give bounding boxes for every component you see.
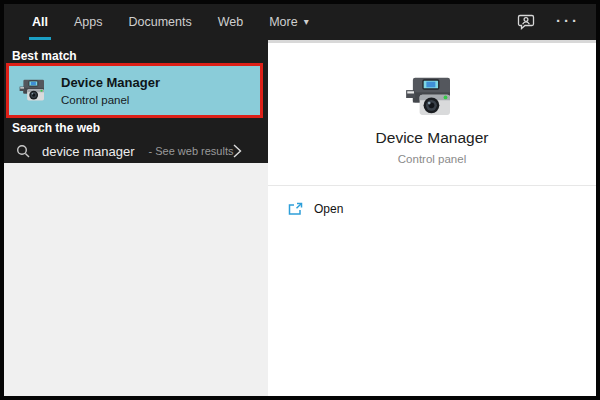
search-icon	[16, 144, 30, 158]
tab-apps[interactable]: Apps	[74, 4, 103, 40]
chevron-right-icon	[233, 144, 242, 158]
search-web-section-label: Search the web	[12, 121, 100, 135]
search-filter-bar: All Apps Documents Web More ▾	[4, 4, 596, 40]
best-match-section-label: Best match	[12, 49, 77, 63]
more-options-icon[interactable]: ···	[556, 13, 580, 32]
tab-more-label: More	[269, 15, 297, 29]
chevron-down-icon: ▾	[304, 17, 309, 27]
tab-apps-label: Apps	[74, 15, 103, 29]
web-search-result-row[interactable]: device manager - See web results	[4, 138, 268, 164]
tab-documents[interactable]: Documents	[128, 4, 191, 40]
results-panel: Best match Device Manager Control panel …	[4, 40, 268, 163]
preview-panel: Device Manager Control panel Open	[268, 40, 596, 396]
tab-all[interactable]: All	[32, 4, 48, 40]
tab-web[interactable]: Web	[218, 4, 243, 40]
open-action-label: Open	[314, 202, 343, 216]
result-title: Device Manager	[61, 75, 160, 90]
open-action-button[interactable]: Open	[268, 195, 596, 223]
web-query-text: device manager	[42, 144, 135, 159]
result-subtitle: Control panel	[61, 94, 160, 107]
header-actions: ···	[516, 4, 580, 40]
tab-documents-label: Documents	[128, 15, 191, 29]
web-hint-text: - See web results	[149, 145, 234, 157]
device-manager-icon-large	[405, 71, 459, 125]
tab-more[interactable]: More ▾	[269, 4, 309, 40]
device-manager-icon	[19, 76, 49, 106]
person-chat-icon[interactable]	[516, 12, 536, 32]
tab-web-label: Web	[218, 15, 243, 29]
preview-divider	[268, 185, 596, 186]
preview-subtitle: Control panel	[268, 153, 596, 165]
filter-tabs: All Apps Documents Web More ▾	[4, 4, 596, 40]
results-panel-empty-area	[4, 163, 268, 396]
preview-title: Device Manager	[268, 129, 596, 147]
tab-all-label: All	[32, 15, 48, 29]
open-external-icon	[288, 202, 303, 216]
best-match-result-device-manager[interactable]: Device Manager Control panel	[9, 66, 260, 115]
annotation-highlight-box: Device Manager Control panel	[6, 63, 263, 118]
windows-search-screenshot: All Apps Documents Web More ▾	[0, 0, 600, 400]
